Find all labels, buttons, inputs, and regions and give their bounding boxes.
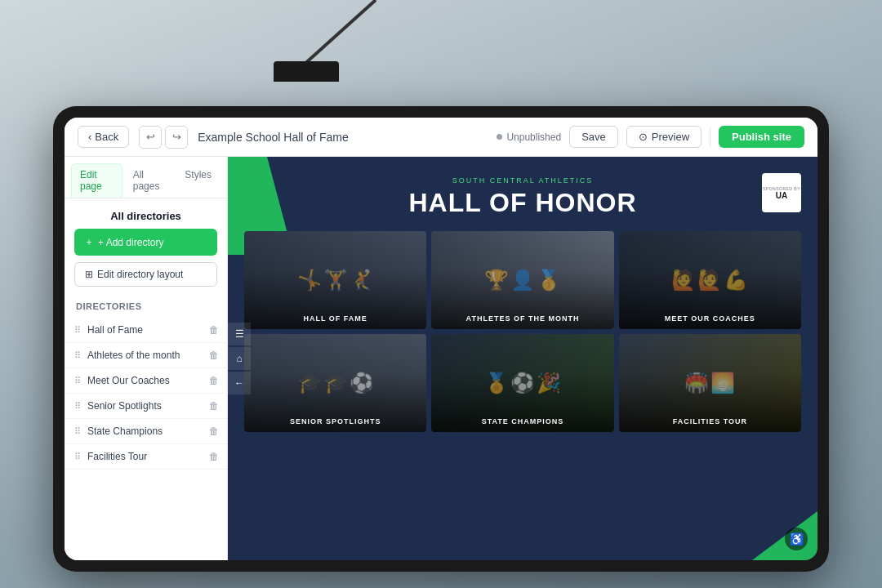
main-title: Hall of Honor: [244, 188, 801, 218]
undo-button[interactable]: ↩: [139, 126, 162, 149]
list-item[interactable]: ⠿ Athletes of the month 🗑: [65, 343, 227, 368]
card-label: Athletes of the Month: [431, 314, 613, 323]
card-facilities-tour[interactable]: 🏟️🌅 Facilities Tour: [619, 334, 801, 432]
list-item[interactable]: ⠿ Facilities Tour 🗑: [65, 444, 227, 470]
delete-icon[interactable]: 🗑: [209, 324, 219, 336]
tab-styles[interactable]: Styles: [176, 163, 220, 198]
directories-label: Directories: [65, 298, 227, 318]
card-image: 🤸🏋️🤾: [297, 269, 374, 292]
svg-rect-1: [274, 61, 339, 82]
card-meet-coaches[interactable]: 🙋🙋💪 Meet Our Coaches: [619, 231, 801, 329]
back-button[interactable]: ‹ Back: [78, 126, 129, 148]
preview-area: ☰ ⌂ ← Sponsored by UA South Central Athl…: [228, 157, 817, 560]
preview-button[interactable]: ⊙ Preview: [626, 126, 702, 148]
nav-menu-icon[interactable]: ☰: [228, 323, 251, 345]
card-senior-spotlights[interactable]: 🎓🎓⚽ Senior Spotlights: [244, 334, 426, 432]
publish-button[interactable]: Publish site: [719, 126, 804, 148]
delete-icon[interactable]: 🗑: [209, 451, 219, 462]
cards-grid: 🤸🏋️🤾 Hall of Fame 🏆👤🥇: [228, 231, 817, 448]
card-label: Senior Spotlights: [244, 417, 426, 425]
card-athletes-of-month[interactable]: 🏆👤🥇 Athletes of the Month: [431, 231, 613, 329]
divider: [710, 127, 710, 147]
list-item[interactable]: ⠿ Senior Spotlights 🗑: [65, 394, 227, 419]
redo-button[interactable]: ↪: [165, 126, 188, 149]
drag-icon: ⠿: [74, 452, 81, 462]
plus-icon: ＋: [84, 235, 94, 249]
grid-icon: ⊞: [85, 269, 93, 280]
lamp-decoration: [147, 0, 433, 82]
main-content: Edit page All pages Styles All directori…: [65, 157, 817, 560]
top-bar-right: Unpublished Save ⊙ Preview Publish site: [497, 126, 804, 148]
delete-icon[interactable]: 🗑: [209, 375, 219, 386]
sub-title: South Central Athletics: [244, 176, 801, 185]
top-bar: ‹ Back ↩ ↪ Example School Hall of Fame U…: [65, 118, 817, 157]
list-item[interactable]: ⠿ State Champions 🗑: [65, 419, 227, 444]
tab-all-pages[interactable]: All pages: [124, 163, 175, 198]
add-directory-button[interactable]: ＋ + Add directory: [74, 229, 217, 256]
drag-icon: ⠿: [74, 426, 81, 437]
sidebar-section-title: All directories: [65, 198, 227, 229]
card-label: Meet Our Coaches: [619, 314, 801, 323]
unpublished-badge: Unpublished: [497, 131, 561, 143]
drag-icon: ⠿: [74, 350, 81, 361]
card-hall-of-fame[interactable]: 🤸🏋️🤾 Hall of Fame: [244, 231, 426, 329]
tablet-frame: ‹ Back ↩ ↪ Example School Hall of Fame U…: [53, 106, 829, 572]
sidebar: Edit page All pages Styles All directori…: [65, 157, 228, 560]
preview-canvas: ☰ ⌂ ← Sponsored by UA South Central Athl…: [228, 157, 817, 560]
card-image: 🙋🙋💪: [671, 269, 748, 292]
left-nav: ☰ ⌂ ←: [228, 323, 251, 394]
delete-icon[interactable]: 🗑: [209, 400, 219, 412]
undo-redo-group: ↩ ↪: [139, 126, 188, 149]
accessibility-button[interactable]: ♿: [785, 528, 808, 550]
nav-home-icon[interactable]: ⌂: [228, 347, 251, 370]
list-item[interactable]: ⠿ Hall of Fame 🗑: [65, 318, 227, 343]
card-image: 🏟️🌅: [684, 372, 735, 394]
delete-icon[interactable]: 🗑: [209, 425, 219, 437]
card-image: 🏆👤🥇: [484, 269, 561, 292]
accessibility-icon: ♿: [790, 532, 804, 546]
card-state-champions[interactable]: 🏅⚽🎉 State Champions: [431, 334, 613, 432]
page-title: Example School Hall of Fame: [198, 131, 487, 144]
tablet-screen: ‹ Back ↩ ↪ Example School Hall of Fame U…: [65, 118, 817, 560]
card-image: 🏅⚽🎉: [484, 372, 561, 394]
tab-edit-page[interactable]: Edit page: [71, 163, 122, 198]
drag-icon: ⠿: [74, 325, 81, 336]
card-image: 🎓🎓⚽: [297, 372, 374, 394]
sidebar-tabs: Edit page All pages Styles: [65, 157, 227, 198]
card-label: State Champions: [431, 417, 613, 425]
save-button[interactable]: Save: [569, 126, 618, 148]
nav-back-icon[interactable]: ←: [228, 372, 251, 394]
list-item[interactable]: ⠿ Meet Our Coaches 🗑: [65, 368, 227, 394]
card-label: Hall of Fame: [244, 314, 426, 323]
preview-icon: ⊙: [639, 131, 648, 143]
card-label: Facilities Tour: [619, 417, 801, 425]
drag-icon: ⠿: [74, 401, 81, 412]
status-dot: [497, 134, 502, 140]
edit-layout-button[interactable]: ⊞ Edit directory layout: [74, 262, 217, 287]
delete-icon[interactable]: 🗑: [209, 350, 219, 361]
preview-header: South Central Athletics Hall of Honor: [228, 157, 817, 231]
drag-icon: ⠿: [74, 376, 81, 386]
